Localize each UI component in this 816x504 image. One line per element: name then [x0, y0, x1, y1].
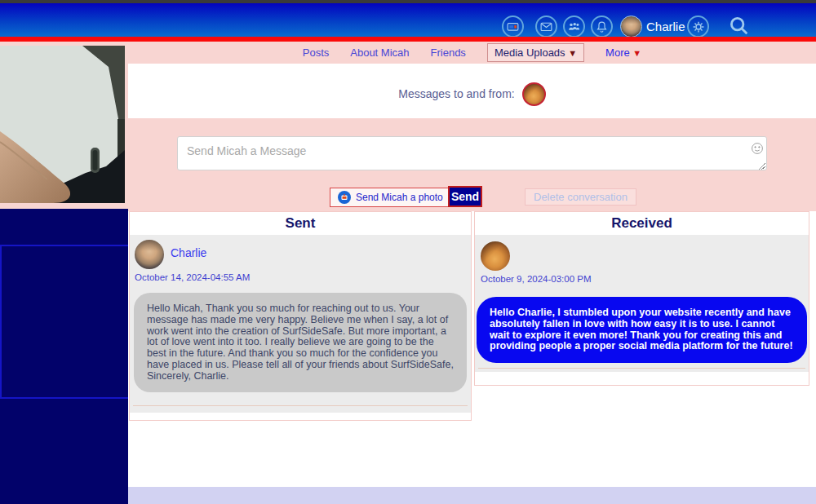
- compose-panel: Send Micah a photo Send Delete conversat…: [128, 118, 816, 211]
- footer-strip: [128, 487, 816, 504]
- received-message-item: October 9, 2024-03:00 PM Hello Charlie, …: [475, 235, 809, 372]
- micah-avatar[interactable]: [481, 241, 510, 271]
- sent-message-bubble: Hello Micah, Thank you so much for reach…: [134, 293, 467, 392]
- sidebar-photo: [0, 46, 125, 203]
- video-icon[interactable]: [502, 15, 524, 38]
- nav-more-dropdown[interactable]: More ▼: [605, 46, 641, 59]
- messages-heading: Messages to and from:: [398, 87, 514, 100]
- received-timestamp: October 9, 2024-03:00 PM: [481, 274, 592, 284]
- sent-message-item: Charlie October 14, 2024-04:55 AM Hello …: [130, 235, 471, 413]
- send-photo-button[interactable]: Send Micah a photo: [330, 188, 451, 207]
- bell-icon[interactable]: [591, 15, 613, 38]
- charlie-avatar[interactable]: [135, 240, 164, 269]
- emoji-icon[interactable]: [751, 142, 764, 155]
- username-label[interactable]: Charlie: [646, 20, 685, 33]
- sent-timestamp: October 14, 2024-04:55 AM: [135, 272, 250, 282]
- sender-name-link[interactable]: Charlie: [171, 246, 206, 259]
- micah-avatar[interactable]: [522, 82, 546, 106]
- nav-media-uploads-label: Media Uploads: [494, 46, 565, 59]
- chevron-down-icon: ▼: [568, 48, 577, 58]
- send-photo-label: Send Micah a photo: [356, 192, 443, 203]
- people-icon[interactable]: [563, 15, 585, 38]
- sent-column-title: Sent: [130, 212, 471, 235]
- user-avatar[interactable]: [620, 15, 642, 38]
- nav-more-label: More: [605, 46, 630, 59]
- main-nav: Posts About Micah Friends Media Uploads …: [128, 42, 816, 64]
- delete-conversation-button[interactable]: Delete conversation: [525, 188, 636, 206]
- top-header: Charlie: [0, 3, 816, 37]
- messages-heading-row: Messages to and from:: [128, 78, 816, 109]
- search-icon[interactable]: [728, 15, 751, 38]
- left-sidebar: [0, 42, 128, 504]
- message-divider: [478, 368, 805, 369]
- message-input[interactable]: [177, 136, 767, 170]
- received-column-title: Received: [475, 212, 809, 235]
- sidebar-section-box: [0, 245, 128, 399]
- photo-icon: [338, 191, 351, 204]
- nav-friends[interactable]: Friends: [431, 46, 466, 59]
- sent-column: Sent Charlie October 14, 2024-04:55 AM H…: [129, 211, 472, 421]
- textarea-resize-handle[interactable]: [758, 164, 764, 170]
- mail-icon[interactable]: [535, 15, 557, 38]
- gear-icon[interactable]: [687, 15, 709, 38]
- message-divider: [133, 405, 468, 406]
- received-column: Received October 9, 2024-03:00 PM Hello …: [474, 211, 809, 386]
- nav-posts[interactable]: Posts: [303, 46, 330, 59]
- nav-media-uploads-dropdown[interactable]: Media Uploads ▼: [487, 43, 584, 62]
- nav-about-micah[interactable]: About Micah: [350, 46, 409, 59]
- chevron-down-icon: ▼: [632, 48, 641, 58]
- received-message-bubble: Hello Charlie, I stumbled upon your webs…: [477, 297, 807, 363]
- send-button[interactable]: Send: [448, 186, 482, 207]
